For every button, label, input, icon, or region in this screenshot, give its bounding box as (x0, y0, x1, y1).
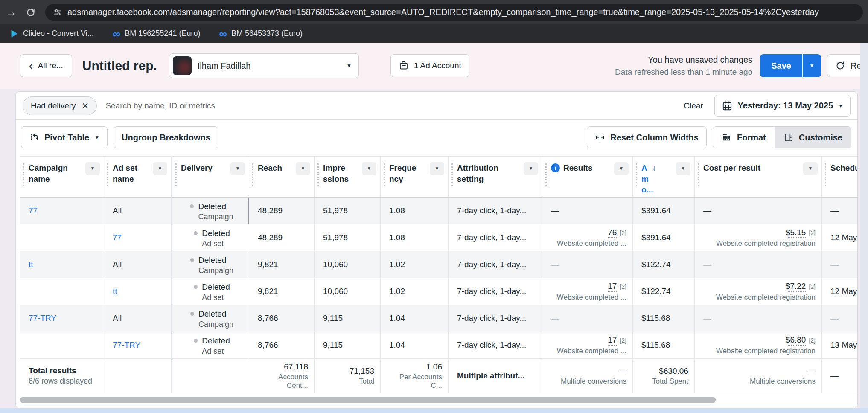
column-menu-caret[interactable]: ▼ (676, 162, 690, 175)
results-value[interactable]: 17 (608, 282, 617, 292)
column-drag-handle[interactable] (317, 163, 319, 186)
customise-icon (784, 132, 794, 143)
bookmark-bm-2[interactable]: ∞ BM 56453373 (Euro) (219, 28, 303, 39)
column-drag-handle[interactable] (107, 163, 108, 186)
column-menu-caret[interactable]: ▼ (803, 162, 818, 175)
reload-icon[interactable] (22, 4, 39, 21)
column-header-schedule[interactable]: Schedule (822, 157, 858, 199)
account-selector-dropdown[interactable]: Ilham Fadillah ▼ (169, 53, 359, 78)
column-drag-handle[interactable] (825, 163, 826, 186)
amount-spent-cell: $115.68 (641, 314, 688, 323)
unsaved-changes-text: You have unsaved changes (615, 54, 752, 66)
results-value[interactable]: 17 (608, 335, 617, 346)
caret-down-icon: ▼ (367, 166, 371, 172)
forward-icon[interactable]: → (3, 4, 20, 21)
reset-column-widths-button[interactable]: Reset Column Widths (587, 126, 707, 148)
column-menu-caret[interactable]: ▼ (230, 162, 245, 175)
filter-chip-had-delivery[interactable]: Had delivery ✕ (23, 96, 97, 115)
column-drag-handle[interactable] (698, 163, 699, 186)
column-drag-handle[interactable] (252, 163, 253, 186)
customise-label: Customise (799, 133, 842, 143)
delivery-status: Deleted (198, 309, 227, 318)
column-menu-caret[interactable]: ▼ (85, 162, 100, 175)
campaign-link[interactable]: tt (29, 260, 98, 269)
column-label: Delivery (181, 163, 213, 172)
vertical-scrollbar-track[interactable] (860, 43, 868, 413)
pivot-table-dropdown[interactable]: Pivot Table ▼ (21, 126, 108, 148)
date-range-picker[interactable]: Yesterday: 13 May 2025 ▼ (714, 95, 851, 117)
format-button[interactable]: Format (713, 127, 775, 148)
column-menu-caret[interactable]: ▼ (153, 162, 167, 175)
total-results-sub: Multiple conversions (561, 377, 626, 386)
close-icon[interactable]: ✕ (82, 101, 89, 111)
search-input[interactable] (105, 101, 673, 111)
info-icon[interactable]: i (551, 163, 560, 172)
caret-down-icon: ▼ (158, 166, 162, 172)
total-amount: $630.06 (659, 366, 688, 376)
clear-filters-link[interactable]: Clear (684, 101, 703, 111)
column-drag-handle[interactable] (23, 163, 24, 186)
cost-sub: Website completed registration (716, 293, 816, 302)
column-label: A m o... (641, 163, 653, 194)
cost-value[interactable]: $7.22 (786, 282, 806, 292)
adset-link[interactable]: 77-TRY (113, 340, 165, 350)
cost-value[interactable]: $6.80 (786, 335, 806, 346)
column-drag-handle[interactable] (451, 163, 453, 186)
footnote-ref: [2] (809, 337, 816, 344)
schedule-cell: 12 May (830, 233, 858, 242)
column-menu-caret[interactable]: ▼ (296, 162, 310, 175)
column-header-amount-spent[interactable]: A m o... ↓ ▼ (633, 157, 695, 199)
adset-link[interactable]: tt (113, 287, 165, 296)
column-header-campaign-name[interactable]: Campaign name ▼ (20, 157, 104, 199)
column-header-cost-per-result[interactable]: Cost per result ▼ (695, 157, 822, 199)
column-drag-handle[interactable] (545, 163, 547, 186)
ungroup-breakdowns-button[interactable]: Ungroup Breakdowns (114, 126, 218, 148)
column-header-frequency[interactable]: Freque ncy ▼ (381, 157, 449, 199)
adset-link[interactable]: 77 (113, 233, 165, 242)
results-value[interactable]: 76 (608, 228, 617, 238)
bookmark-bm-1[interactable]: ∞ BM 196255241 (Euro) (113, 28, 201, 39)
save-options-caret[interactable]: ▼ (802, 54, 821, 77)
save-button[interactable]: Save (760, 54, 802, 77)
schedule-cell: — (830, 260, 858, 269)
delivery-level: Campaign (198, 320, 233, 329)
campaign-link[interactable]: 77 (29, 206, 98, 215)
bookmark-clideo[interactable]: Clideo - Convert Vi... (9, 29, 94, 38)
column-drag-handle[interactable] (384, 163, 385, 186)
column-header-impressions[interactable]: Impre ssions ▼ (315, 157, 381, 199)
total-schedule: — (830, 371, 858, 381)
meta-icon: ∞ (219, 28, 227, 39)
bookmarks-bar: Clideo - Convert Vi... ∞ BM 196255241 (E… (0, 24, 868, 43)
caret-down-icon: ▼ (90, 166, 95, 172)
horizontal-scrollbar-thumb[interactable] (20, 397, 716, 403)
column-header-reach[interactable]: Reach ▼ (249, 157, 315, 199)
report-title[interactable]: Untitled rep. (82, 58, 157, 73)
column-header-attribution-setting[interactable]: Attribution setting ▼ (449, 157, 542, 199)
save-split-button: Save ▼ (760, 54, 821, 77)
cost-value[interactable]: $5.15 (786, 228, 806, 238)
impressions-cell: 10,060 (323, 287, 374, 296)
column-drag-handle[interactable] (636, 163, 637, 186)
amount-spent-cell: $391.64 (641, 206, 688, 215)
column-menu-caret[interactable]: ▼ (430, 162, 444, 175)
column-label: Impre ssions (323, 163, 349, 183)
customise-button[interactable]: Customise (775, 127, 851, 148)
all-reports-back-button[interactable]: ‹ All re... (20, 54, 72, 77)
column-header-delivery[interactable]: Delivery ▼ (172, 157, 249, 199)
column-header-ad-set-name[interactable]: Ad set name ▼ (104, 157, 172, 199)
filter-bar: Had delivery ✕ Clear Yesterday: 13 May 2… (16, 92, 857, 120)
address-bar[interactable]: adsmanager.facebook.com/adsmanager/repor… (45, 4, 863, 21)
adset-cell: All (113, 260, 165, 269)
column-menu-caret[interactable]: ▼ (614, 162, 629, 175)
reach-cell: 8,766 (258, 340, 308, 350)
column-menu-caret[interactable]: ▼ (524, 162, 538, 175)
column-menu-caret[interactable]: ▼ (362, 162, 376, 175)
campaign-link[interactable]: 77-TRY (29, 314, 98, 323)
site-permissions-icon[interactable] (53, 8, 62, 17)
column-drag-handle[interactable] (175, 163, 177, 186)
footnote-ref: [2] (809, 283, 816, 290)
column-header-results[interactable]: i Results ▼ (542, 157, 633, 199)
adset-cell: All (113, 314, 165, 323)
delivery-status: Deleted (202, 229, 230, 238)
ad-account-button[interactable]: 1 Ad Account (390, 54, 469, 77)
